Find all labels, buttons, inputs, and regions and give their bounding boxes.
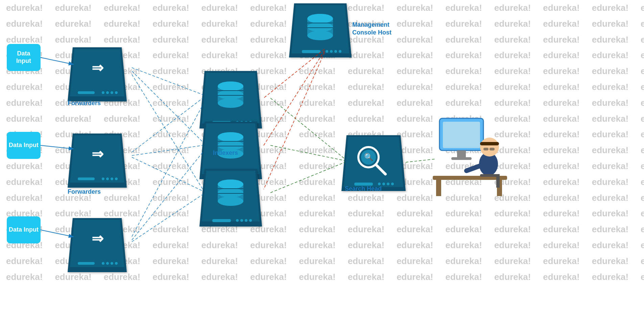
svg-point-106: [378, 183, 381, 185]
svg-point-25: [111, 91, 113, 94]
svg-point-97: [334, 50, 337, 53]
svg-point-83: [245, 219, 247, 222]
svg-text:🔍: 🔍: [364, 152, 374, 162]
forwarder-2: ⇒: [68, 134, 127, 189]
svg-point-42: [115, 262, 118, 265]
svg-point-32: [106, 177, 109, 180]
svg-point-63: [218, 132, 243, 142]
svg-rect-111: [443, 122, 480, 148]
svg-point-47: [218, 98, 243, 108]
svg-point-118: [480, 138, 499, 157]
svg-point-89: [307, 31, 333, 40]
svg-rect-80: [212, 219, 231, 222]
svg-point-62: [218, 141, 243, 150]
svg-point-33: [111, 177, 113, 180]
indexer-3: [199, 169, 262, 228]
forwarder-3: ⇒: [68, 218, 127, 274]
svg-point-75: [218, 196, 243, 206]
svg-rect-121: [490, 148, 495, 150]
svg-rect-123: [480, 174, 499, 177]
data-input-1: Data Input: [7, 44, 41, 71]
svg-point-95: [326, 50, 328, 53]
svg-rect-124: [496, 174, 500, 188]
data-input-2: Data Input: [7, 132, 41, 159]
management-console: [289, 3, 352, 59]
svg-point-98: [339, 50, 341, 53]
search-head: 🔍: [341, 135, 406, 192]
svg-point-109: [391, 183, 394, 185]
svg-point-39: [102, 262, 104, 265]
svg-point-49: [218, 81, 243, 91]
svg-rect-112: [457, 150, 466, 158]
forwarders-label-2: Forwarders: [68, 188, 101, 195]
svg-rect-115: [436, 180, 441, 196]
svg-rect-113: [451, 157, 472, 160]
svg-point-77: [218, 180, 243, 189]
svg-text:⇒: ⇒: [92, 146, 103, 162]
svg-rect-22: [78, 91, 95, 94]
user-person: [433, 115, 507, 197]
svg-point-23: [102, 91, 104, 94]
indexers-label: Indexers: [213, 149, 238, 157]
search-head-label: Search Head: [345, 185, 382, 192]
forwarder-1: ⇒: [68, 47, 127, 103]
svg-point-41: [111, 262, 113, 265]
svg-point-76: [218, 188, 243, 197]
svg-point-40: [106, 262, 109, 265]
management-label: ManagementConsole Host: [352, 21, 391, 37]
svg-point-90: [307, 22, 333, 32]
svg-point-26: [115, 91, 118, 94]
svg-point-31: [102, 177, 104, 180]
svg-point-34: [115, 177, 118, 180]
svg-rect-38: [78, 262, 95, 265]
svg-point-107: [382, 183, 385, 185]
svg-point-24: [106, 91, 109, 94]
svg-point-108: [387, 183, 389, 185]
svg-rect-120: [483, 148, 488, 150]
svg-point-81: [236, 219, 239, 222]
svg-point-48: [218, 90, 243, 99]
svg-point-84: [249, 219, 252, 222]
svg-point-82: [240, 219, 243, 222]
svg-rect-119: [480, 142, 499, 145]
svg-text:⇒: ⇒: [92, 60, 103, 76]
svg-text:⇒: ⇒: [92, 231, 103, 246]
data-input-3: Data Input: [7, 216, 41, 243]
svg-rect-94: [302, 50, 320, 53]
forwarders-label-1: Forwarders: [68, 100, 101, 107]
indexer-1: [199, 71, 262, 130]
diagram-layer: Data Input Data Input Data Input ⇒: [0, 0, 644, 332]
svg-point-96: [330, 50, 333, 53]
svg-point-91: [307, 14, 333, 23]
svg-rect-30: [78, 177, 95, 180]
